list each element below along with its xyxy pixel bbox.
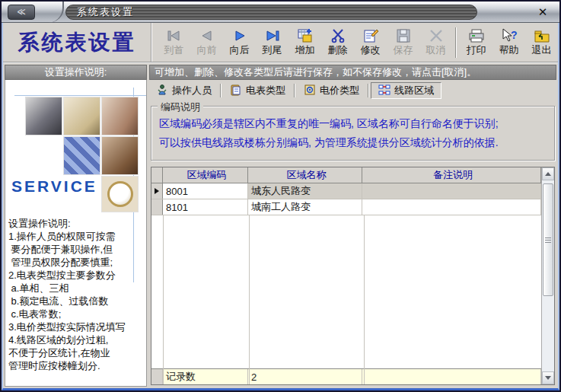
go-prev-label: 向前 bbox=[197, 44, 217, 56]
go-prev-button[interactable]: 向前 bbox=[190, 25, 223, 60]
delete-scissors-icon bbox=[330, 27, 346, 44]
cell-note[interactable] bbox=[362, 183, 541, 199]
sidebar-header: 设置操作说明: bbox=[5, 65, 147, 80]
sidebar-instructions: 设置操作说明: 1.操作人员的权限可按需 要分配便于兼职操作,但 管理员权限分配… bbox=[5, 217, 146, 372]
save-button[interactable]: 保存 bbox=[387, 25, 419, 60]
tab-operators[interactable]: 操作人员 bbox=[149, 82, 218, 99]
cell-region-name[interactable]: 城东人民路变 bbox=[248, 183, 362, 199]
instruction-line: 管理时应按楼幢划分. bbox=[8, 359, 146, 372]
instruction-line: c.电表常数; bbox=[8, 308, 146, 320]
page-title: 系统表设置 bbox=[3, 23, 151, 62]
save-floppy-icon bbox=[395, 27, 412, 44]
cancel-button[interactable]: 取消 bbox=[419, 25, 452, 60]
tab-separator bbox=[220, 84, 222, 97]
operator-person-icon bbox=[156, 84, 168, 98]
sidebar: 设置操作说明: SERVICE 设置操作说明: bbox=[5, 65, 147, 387]
close-button[interactable]: ✕ bbox=[535, 5, 550, 20]
row-selector-current bbox=[151, 183, 163, 199]
edit-document-icon bbox=[362, 27, 379, 44]
record-count-value: 2 bbox=[248, 369, 362, 384]
record-count-row: 记录数 2 bbox=[151, 368, 541, 384]
record-count-label: 记录数 bbox=[163, 369, 248, 384]
go-first-icon bbox=[165, 27, 183, 44]
footer-empty-cell bbox=[362, 369, 541, 384]
title-pill: 系统表设置 bbox=[65, 5, 477, 20]
table-row[interactable]: 8001 城东人民路变 bbox=[151, 183, 541, 199]
printer-icon bbox=[467, 27, 486, 44]
table-row[interactable]: 8101 城南工人路变 bbox=[151, 199, 541, 215]
tab-meter-type[interactable]: 电表类型 bbox=[223, 82, 292, 99]
instruction-line: b.额定电流、过载倍数 bbox=[8, 295, 146, 308]
exit-button[interactable]: 退出 bbox=[525, 25, 558, 60]
groupbox-line: 可以按供电线路或楼栋分别编码, 为管理系统提供分区域统计分析的依据. bbox=[159, 133, 548, 152]
row-selector bbox=[151, 199, 163, 215]
delete-button[interactable]: 删除 bbox=[321, 25, 354, 60]
help-cursor-icon: ? bbox=[500, 27, 518, 44]
help-button[interactable]: ? 帮助 bbox=[492, 25, 525, 60]
photo-instruments bbox=[101, 97, 139, 135]
groupbox-line: 区域编码必须是辖区内不重复的唯一编码, 区域名称可自行命名便于识别; bbox=[159, 114, 548, 133]
scroll-up-button[interactable] bbox=[542, 167, 554, 180]
header-band: 系统表设置 到首 向前 bbox=[3, 23, 558, 63]
photo-tools-gray bbox=[25, 97, 62, 135]
column-header-note[interactable]: 备注说明 bbox=[362, 167, 541, 183]
sidebar-body: SERVICE 设置操作说明: 1.操作人员的权限可按需 要分配便于兼职操作,但… bbox=[5, 80, 147, 387]
current-row-arrow-icon bbox=[155, 188, 159, 194]
go-prev-icon bbox=[198, 27, 216, 44]
instruction-line: 管理员权限分配要慎重; bbox=[8, 256, 146, 269]
print-button[interactable]: 打印 bbox=[460, 25, 492, 60]
app-window: ≪ 系统表设置 ✕ 系统表设置 到首 向前 bbox=[0, 0, 561, 392]
column-header-region-code[interactable]: 区域编码 bbox=[163, 167, 248, 183]
row-selector-header bbox=[151, 167, 163, 183]
cell-region-name[interactable]: 城南工人路变 bbox=[248, 199, 362, 215]
go-last-icon bbox=[263, 27, 282, 44]
go-first-label: 到首 bbox=[164, 44, 184, 56]
go-next-label: 向后 bbox=[230, 44, 250, 56]
scroll-down-arrow-icon bbox=[545, 376, 551, 380]
cell-note[interactable] bbox=[362, 199, 541, 215]
main-panel: 可增加、删除、修改各类型后请进行保存，如不保存修改，请点击[取消]。 操作人员 bbox=[149, 65, 556, 387]
tab-line-region-label: 线路区域 bbox=[394, 84, 434, 97]
cancel-x-icon bbox=[428, 27, 445, 44]
tab-separator bbox=[368, 84, 369, 97]
tab-separator bbox=[294, 84, 295, 97]
scrollbar-grip-icon bbox=[545, 237, 551, 243]
instruction-line: 2.电表类型按主要参数分 bbox=[8, 269, 146, 282]
scroll-up-arrow-icon bbox=[545, 172, 551, 176]
scrollbar-thumb[interactable] bbox=[543, 183, 553, 296]
delete-label: 删除 bbox=[328, 44, 348, 56]
add-button[interactable]: 增加 bbox=[288, 25, 321, 60]
instruction-line: 设置操作说明: bbox=[8, 217, 146, 230]
cell-region-code[interactable]: 8001 bbox=[163, 183, 248, 199]
modify-button[interactable]: 修改 bbox=[354, 25, 387, 60]
instruction-line: 不便于分区统计,在物业 bbox=[8, 346, 146, 359]
go-next-button[interactable]: 向后 bbox=[223, 25, 256, 60]
title-bar: ≪ 系统表设置 ✕ bbox=[2, 2, 559, 23]
meter-type-clipboard-icon bbox=[230, 84, 242, 98]
column-header-region-name[interactable]: 区域名称 bbox=[248, 167, 362, 183]
region-grid-wrap: 区域编码 区域名称 备注说明 8001 城东人民路变 8101 bbox=[151, 167, 555, 385]
content-row: 设置操作说明: SERVICE 设置操作说明: bbox=[3, 63, 558, 388]
service-collage: SERVICE bbox=[5, 80, 146, 191]
scrollbar-track[interactable] bbox=[542, 180, 554, 371]
line-region-chart-icon bbox=[378, 84, 390, 98]
price-type-book-icon bbox=[304, 84, 316, 98]
vertical-scrollbar[interactable] bbox=[541, 167, 554, 384]
scroll-down-button[interactable] bbox=[542, 371, 554, 384]
help-label: 帮助 bbox=[499, 44, 519, 56]
instruction-line: a.单相、三相 bbox=[8, 282, 146, 295]
region-grid: 区域编码 区域名称 备注说明 8001 城东人民路变 8101 bbox=[151, 167, 541, 384]
tab-meter-type-label: 电表类型 bbox=[246, 84, 285, 97]
service-label: SERVICE bbox=[11, 177, 97, 196]
tab-price-type[interactable]: 电价类型 bbox=[297, 82, 366, 99]
add-label: 增加 bbox=[295, 44, 315, 56]
photo-keyboard bbox=[63, 136, 100, 175]
print-label: 打印 bbox=[467, 44, 486, 56]
tab-line-region[interactable]: 线路区域 bbox=[371, 82, 441, 99]
code-description-groupbox: 编码说明 区域编码必须是辖区内不重复的唯一编码, 区域名称可自行命名便于识别; … bbox=[151, 106, 555, 161]
cell-region-code[interactable]: 8101 bbox=[163, 199, 248, 215]
cancel-label: 取消 bbox=[426, 44, 446, 56]
go-last-button[interactable]: 到尾 bbox=[256, 25, 288, 60]
go-first-button[interactable]: 到首 bbox=[158, 25, 190, 60]
notice-bar: 可增加、删除、修改各类型后请进行保存，如不保存修改，请点击[取消]。 bbox=[149, 65, 556, 80]
